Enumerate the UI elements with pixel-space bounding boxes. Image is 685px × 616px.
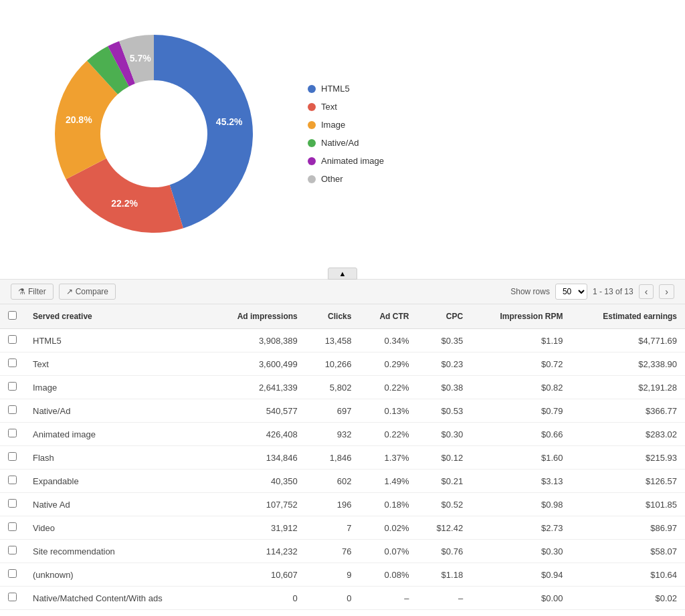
filter-button[interactable]: ⚗ Filter — [11, 284, 54, 300]
row-cpc: $12.42 — [417, 516, 471, 540]
row-name: Native/Ad — [25, 399, 209, 423]
row-impressions: 3,908,389 — [209, 329, 305, 352]
row-checkbox-input[interactable] — [8, 382, 17, 391]
row-clicks: 196 — [306, 493, 360, 516]
row-checkbox-input[interactable] — [8, 429, 17, 437]
row-earnings: $366.77 — [571, 399, 686, 423]
legend-dot — [308, 121, 316, 129]
row-checkbox[interactable] — [0, 470, 25, 493]
legend-item: Other — [308, 174, 384, 184]
next-page-button[interactable]: › — [659, 284, 674, 299]
row-checkbox-input[interactable] — [8, 335, 17, 344]
row-earnings: $58.07 — [571, 540, 686, 563]
row-checkbox[interactable] — [0, 493, 25, 516]
col-cpc: CPC — [417, 304, 471, 329]
row-ctr: 0.05% — [359, 610, 417, 617]
select-all-checkbox[interactable] — [8, 311, 17, 320]
chart-legend: HTML5TextImageNative/AdAnimated imageOth… — [308, 84, 384, 184]
row-checkbox-input[interactable] — [8, 522, 17, 531]
row-checkbox[interactable] — [0, 587, 25, 610]
row-clicks: 76 — [306, 540, 360, 563]
table-row: Site recommendation 114,232 76 0.07% $0.… — [0, 540, 685, 563]
prev-page-button[interactable]: ‹ — [639, 284, 654, 299]
col-earnings: Estimated earnings — [571, 304, 686, 329]
filter-icon: ⚗ — [18, 287, 25, 296]
table-row: Native Ad 107,752 196 0.18% $0.52 $0.98 … — [0, 493, 685, 516]
row-checkbox[interactable] — [0, 540, 25, 563]
col-rpm: Impression RPM — [471, 304, 571, 329]
collapse-button[interactable]: ▲ — [328, 268, 358, 280]
row-checkbox[interactable] — [0, 399, 25, 423]
row-earnings: $10.64 — [571, 563, 686, 587]
pagination-controls: Show rows 50 1 - 13 of 13 ‹ › — [510, 284, 674, 300]
legend-dot — [308, 175, 316, 183]
row-rpm: $0.79 — [471, 399, 571, 423]
row-checkbox-input[interactable] — [8, 569, 17, 578]
rows-select[interactable]: 50 — [555, 284, 587, 300]
row-impressions: 1,614,874 — [209, 610, 305, 617]
row-earnings: $126.57 — [571, 470, 686, 493]
row-checkbox-input[interactable] — [8, 499, 17, 508]
row-name: Link unit — [25, 610, 209, 617]
row-checkbox[interactable] — [0, 563, 25, 587]
legend-label: Native/Ad — [321, 138, 359, 148]
legend-label: Text — [321, 102, 337, 112]
row-rpm: $1.19 — [471, 329, 571, 352]
row-name: Site recommendation — [25, 540, 209, 563]
row-ctr: 0.22% — [359, 376, 417, 399]
row-rpm: $1.60 — [471, 446, 571, 470]
donut-label-image: 20.8% — [66, 114, 92, 125]
table-row: Video 31,912 7 0.02% $12.42 $2.73 $86.97 — [0, 516, 685, 540]
row-rpm: $0.98 — [471, 493, 571, 516]
row-name: Image — [25, 376, 209, 399]
row-clicks: 10,266 — [306, 352, 360, 376]
legend-label: Animated image — [321, 156, 384, 166]
row-checkbox-input[interactable] — [8, 546, 17, 554]
row-checkbox[interactable] — [0, 376, 25, 399]
row-checkbox[interactable] — [0, 516, 25, 540]
row-clicks: 5,802 — [306, 376, 360, 399]
row-name: Text — [25, 352, 209, 376]
col-served-creative: Served creative — [25, 304, 209, 329]
table-row: Image 2,641,339 5,802 0.22% $0.38 $0.82 … — [0, 376, 685, 399]
legend-label: Other — [321, 174, 343, 184]
table-row: (unknown) 10,607 9 0.08% $1.18 $0.94 $10… — [0, 563, 685, 587]
row-checkbox-input[interactable] — [8, 476, 17, 484]
row-rpm: $0.66 — [471, 423, 571, 446]
row-ctr: 0.22% — [359, 423, 417, 446]
row-cpc: $0.76 — [417, 540, 471, 563]
row-checkbox-input[interactable] — [8, 405, 17, 414]
row-checkbox[interactable] — [0, 610, 25, 617]
row-earnings: $86.97 — [571, 516, 686, 540]
legend-item: Animated image — [308, 156, 384, 166]
row-checkbox[interactable] — [0, 352, 25, 376]
legend-item: Native/Ad — [308, 138, 384, 148]
compare-button[interactable]: ↗ Compare — [59, 284, 116, 300]
row-impressions: 114,232 — [209, 540, 305, 563]
row-clicks: 9 — [306, 563, 360, 587]
collapse-button-container: ▲ — [0, 268, 685, 280]
donut-label-html5: 45.2% — [216, 116, 243, 127]
row-checkbox[interactable] — [0, 329, 25, 352]
row-cpc: $0.52 — [417, 493, 471, 516]
row-checkbox-input[interactable] — [8, 593, 17, 601]
row-name: Native Ad — [25, 493, 209, 516]
row-cpc: $0.38 — [417, 376, 471, 399]
row-name: HTML5 — [25, 329, 209, 352]
table-body: HTML5 3,908,389 13,458 0.34% $0.35 $1.19… — [0, 329, 685, 617]
row-earnings: $2,191.28 — [571, 376, 686, 399]
row-checkbox-input[interactable] — [8, 358, 17, 367]
row-checkbox[interactable] — [0, 446, 25, 470]
row-cpc: – — [417, 587, 471, 610]
row-cpc: $0.53 — [417, 399, 471, 423]
row-name: (unknown) — [25, 563, 209, 587]
row-clicks: 932 — [306, 423, 360, 446]
row-ctr: 0.13% — [359, 399, 417, 423]
col-impressions: Ad impressions — [209, 304, 305, 329]
row-earnings: $0.02 — [571, 587, 686, 610]
compare-label: Compare — [76, 287, 108, 296]
row-impressions: 31,912 — [209, 516, 305, 540]
row-checkbox[interactable] — [0, 423, 25, 446]
row-checkbox-input[interactable] — [8, 452, 17, 461]
row-ctr: 0.08% — [359, 563, 417, 587]
